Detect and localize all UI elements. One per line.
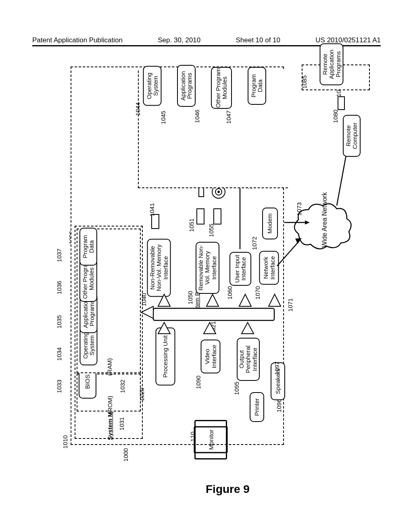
ref-fdd: 1051 — [188, 218, 195, 232]
figure: 1033 1034 1035 1036 1037 1010 1030 1000 … — [28, 56, 385, 496]
svg-rect-4 — [214, 209, 221, 224]
ref-os2: 1044 — [134, 102, 141, 116]
svg-marker-13 — [242, 322, 254, 334]
app2-box: Application Programs — [177, 65, 196, 107]
os2-box: Operating System — [143, 66, 162, 106]
opm2-box: Other Program Modules — [211, 67, 232, 109]
svg-line-23 — [337, 151, 347, 206]
svg-marker-17 — [269, 294, 281, 306]
remote-box: Remote Computer — [343, 115, 361, 157]
ref-app2: 1045 — [160, 111, 167, 124]
svg-marker-16 — [239, 294, 251, 306]
svg-rect-0 — [153, 308, 274, 320]
svg-marker-14 — [158, 294, 170, 306]
ref-remote-app: 1085 — [301, 75, 308, 89]
svg-marker-18 — [141, 306, 153, 318]
remote-app-box: Remote Application Programs — [320, 44, 344, 85]
header-left: Patent Application Publication — [32, 36, 123, 44]
ref-pd2: 1047 — [225, 110, 232, 124]
svg-marker-11 — [158, 322, 170, 334]
wan-label: Wide Area Network — [321, 219, 328, 247]
svg-marker-15 — [206, 294, 219, 306]
svg-line-19 — [277, 242, 298, 266]
svg-rect-10 — [338, 97, 344, 110]
ref-hdd: 1041 — [148, 203, 155, 216]
svg-rect-2 — [197, 209, 204, 224]
ref-wan: 1073 — [296, 202, 302, 216]
ref-odd: 1055 — [208, 224, 215, 237]
pd2-box: Program Data — [248, 67, 266, 105]
page: Patent Application Publication Sep. 30, … — [0, 0, 413, 532]
svg-marker-12 — [204, 322, 216, 334]
svg-point-7 — [217, 191, 220, 193]
svg-rect-1 — [152, 214, 159, 229]
header-date: Sep. 30, 2010 — [158, 36, 200, 44]
header-sheet: Sheet 10 of 10 — [236, 36, 280, 44]
figure-label: Figure 9 — [206, 483, 250, 496]
ref-remote: 1080 — [332, 110, 339, 123]
ref-opm2: 1046 — [194, 110, 200, 123]
